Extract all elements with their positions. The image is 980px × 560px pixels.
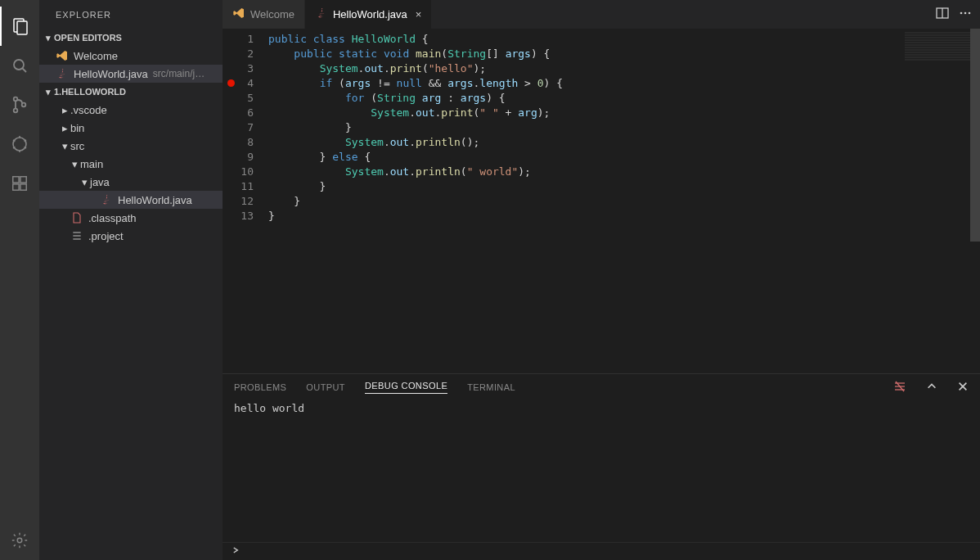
settings-gear-icon[interactable] bbox=[0, 521, 39, 560]
file-icon bbox=[70, 211, 83, 224]
panel-tab[interactable]: TERMINAL bbox=[467, 382, 515, 392]
svg-rect-15 bbox=[13, 184, 19, 190]
vscode-icon bbox=[56, 49, 69, 62]
svg-point-25 bbox=[964, 12, 967, 15]
svg-point-4 bbox=[14, 97, 18, 102]
chevron-right-icon: ▸ bbox=[59, 104, 70, 116]
java-icon bbox=[315, 7, 328, 22]
chevron-down-icon: ▾ bbox=[69, 158, 80, 170]
tree-item[interactable]: ▸bin bbox=[39, 119, 223, 137]
debug-console-input-icon[interactable] bbox=[231, 545, 241, 558]
open-editor-item[interactable]: Welcome bbox=[39, 47, 223, 65]
svg-rect-14 bbox=[13, 177, 19, 183]
explorer-icon[interactable] bbox=[0, 7, 39, 46]
split-editor-icon[interactable] bbox=[936, 7, 949, 22]
svg-point-26 bbox=[969, 12, 971, 15]
svg-point-24 bbox=[960, 12, 963, 15]
open-editor-item[interactable]: HelloWorld.javasrc/main/j… bbox=[39, 65, 223, 83]
tree-item[interactable]: ▾java bbox=[39, 173, 223, 191]
svg-point-18 bbox=[17, 538, 22, 543]
vscode-icon bbox=[232, 7, 245, 22]
clear-console-icon[interactable] bbox=[893, 380, 906, 395]
svg-line-3 bbox=[23, 69, 27, 73]
close-tab-icon[interactable]: × bbox=[416, 8, 422, 20]
panel-tab[interactable]: OUTPUT bbox=[306, 382, 345, 392]
panel-close-icon[interactable] bbox=[957, 381, 969, 394]
search-icon[interactable] bbox=[0, 46, 39, 85]
more-actions-icon[interactable] bbox=[959, 7, 972, 22]
project-header[interactable]: ▾1.HELLOWORLD bbox=[39, 83, 223, 101]
panel-collapse-icon[interactable] bbox=[926, 381, 937, 394]
tab-bar: WelcomeHelloWorld.java× bbox=[223, 0, 980, 29]
tree-item[interactable]: .classpath bbox=[39, 209, 223, 227]
debug-console-output: hello world bbox=[223, 400, 980, 542]
editor-scrollbar[interactable] bbox=[970, 29, 980, 373]
java-icon bbox=[56, 67, 69, 80]
editor-tab[interactable]: HelloWorld.java× bbox=[305, 0, 432, 29]
tree-item[interactable]: HelloWorld.java bbox=[39, 191, 223, 209]
tree-item[interactable]: ▸.vscode bbox=[39, 101, 223, 119]
tree-item[interactable]: ▾main bbox=[39, 155, 223, 173]
source-control-icon[interactable] bbox=[0, 85, 39, 124]
panel-tab[interactable]: PROBLEMS bbox=[234, 382, 286, 392]
panel-tab[interactable]: DEBUG CONSOLE bbox=[365, 381, 447, 394]
activity-bar bbox=[0, 0, 39, 560]
svg-rect-1 bbox=[17, 21, 27, 34]
extensions-icon[interactable] bbox=[0, 164, 39, 203]
open-editors-header[interactable]: ▾OPEN EDITORS bbox=[39, 29, 223, 47]
debug-icon[interactable] bbox=[0, 124, 39, 164]
tree-item[interactable]: ▾src bbox=[39, 137, 223, 155]
list-icon bbox=[70, 229, 83, 242]
svg-rect-17 bbox=[20, 177, 26, 183]
editor-tab[interactable]: Welcome bbox=[223, 0, 305, 29]
svg-point-5 bbox=[14, 109, 18, 113]
main-area: WelcomeHelloWorld.java× 1234567891011121… bbox=[223, 0, 980, 560]
status-bar bbox=[223, 542, 980, 560]
svg-rect-16 bbox=[20, 184, 26, 190]
tree-item[interactable]: .project bbox=[39, 227, 223, 245]
svg-point-7 bbox=[13, 138, 26, 151]
chevron-right-icon: ▸ bbox=[59, 122, 70, 134]
breakpoint-icon[interactable] bbox=[227, 79, 235, 87]
sidebar-title: EXPLORER bbox=[39, 0, 223, 29]
sidebar: EXPLORER ▾OPEN EDITORS WelcomeHelloWorld… bbox=[39, 0, 223, 560]
code-editor[interactable]: 12345678910111213 public class HelloWorl… bbox=[223, 29, 980, 373]
svg-point-2 bbox=[14, 60, 24, 70]
bottom-panel: PROBLEMSOUTPUTDEBUG CONSOLETERMINAL hell… bbox=[223, 373, 980, 542]
chevron-down-icon: ▾ bbox=[59, 140, 70, 152]
minimap[interactable] bbox=[905, 32, 970, 61]
java-icon bbox=[100, 193, 113, 206]
chevron-down-icon: ▾ bbox=[79, 176, 90, 188]
svg-point-6 bbox=[22, 103, 26, 107]
